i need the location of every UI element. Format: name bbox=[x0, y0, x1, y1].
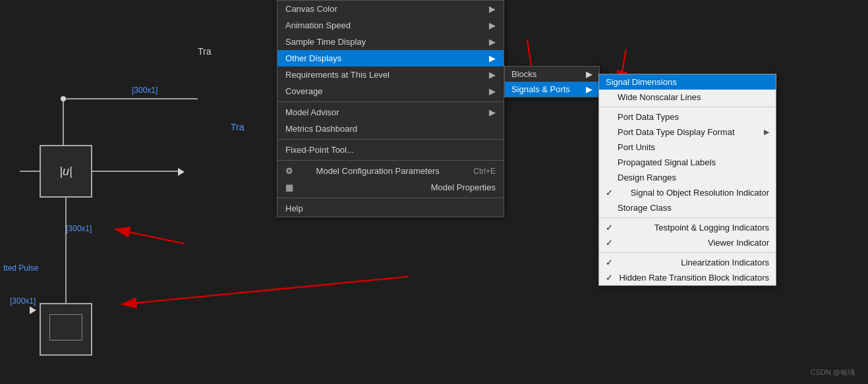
diagram-area: |u| [300x1] [300x1] [300x1] tted Pulse T… bbox=[0, 0, 277, 384]
menu-item-blocks-label: Blocks bbox=[511, 69, 536, 79]
submenu-arrow-port-data-type-display: ▶ bbox=[764, 128, 769, 136]
menu-item-fixed-point-tool-label: Fixed-Point Tool... bbox=[285, 145, 354, 155]
menu-level3[interactable]: Signal Dimensions Wide Nonscalar Lines P… bbox=[598, 74, 776, 286]
menu-item-propagated-signal-labels[interactable]: Propagated Signal Labels bbox=[599, 155, 776, 170]
menu-item-blocks[interactable]: Blocks ▶ bbox=[505, 67, 599, 82]
menu-item-linearization-indicators-label: Linearization Indicators bbox=[681, 258, 769, 267]
label-300x1-2: [300x1] bbox=[66, 224, 92, 233]
menu-item-wide-nonscalar-lines-label: Wide Nonscalar Lines bbox=[618, 92, 701, 102]
submenu-arrow-canvas-color: ▶ bbox=[489, 4, 496, 14]
menu-item-help[interactable]: Help bbox=[277, 200, 504, 217]
menu-item-signals-ports[interactable]: Signals & Ports ▶ bbox=[505, 82, 599, 97]
abs-label: |u| bbox=[59, 165, 72, 178]
submenu-arrow-signals-ports: ▶ bbox=[586, 84, 593, 94]
menu-item-port-data-type-display-format-label: Port Data Type Display Format bbox=[618, 127, 735, 137]
menu-item-help-label: Help bbox=[285, 204, 303, 213]
gear-icon: ⚙ bbox=[285, 166, 299, 176]
label-300x1-1: [300x1] bbox=[132, 86, 158, 95]
menu-item-model-config-params-label: Model Configuration Parameters bbox=[316, 166, 440, 176]
menu-item-model-properties-label: Model Properties bbox=[431, 182, 496, 192]
menu-item-metrics-dashboard[interactable]: Metrics Dashboard bbox=[277, 121, 504, 137]
menu-item-wide-nonscalar-lines[interactable]: Wide Nonscalar Lines bbox=[599, 90, 776, 105]
menu-item-testpoint-logging[interactable]: Testpoint & Logging Indicators bbox=[599, 220, 776, 235]
scope-display bbox=[49, 314, 82, 341]
menu-item-hidden-rate-transition[interactable]: Hidden Rate Transition Block Indicators bbox=[599, 270, 776, 285]
menu-item-design-ranges-label: Design Ranges bbox=[618, 173, 676, 182]
menu-item-signal-to-object-resolution-label: Signal to Object Resolution Indicator bbox=[631, 188, 769, 198]
menu-level2[interactable]: Blocks ▶ Signals & Ports ▶ bbox=[504, 66, 600, 97]
submenu-arrow-requirements: ▶ bbox=[489, 70, 496, 80]
wire-junction bbox=[61, 96, 66, 101]
menu-item-requirements-level[interactable]: Requirements at This Level ▶ bbox=[277, 67, 504, 83]
menu-item-viewer-indicator-label: Viewer Indicator bbox=[708, 238, 769, 248]
menu-item-port-units-label: Port Units bbox=[618, 142, 655, 152]
menu-item-animation-speed[interactable]: Animation Speed ▶ bbox=[277, 17, 504, 34]
menu-item-hidden-rate-transition-label: Hidden Rate Transition Block Indicators bbox=[619, 273, 769, 283]
tra-block-label: Tra bbox=[198, 46, 211, 57]
menu-item-propagated-signal-labels-label: Propagated Signal Labels bbox=[618, 157, 716, 167]
menu-item-sample-time-display-label: Sample Time Display bbox=[285, 37, 366, 47]
menu-item-model-config-params[interactable]: ⚙ Model Configuration Parameters Ctrl+E bbox=[277, 163, 504, 179]
separator-light-3 bbox=[599, 252, 776, 253]
menu-item-storage-class-label: Storage Class bbox=[618, 203, 672, 213]
menu-item-coverage[interactable]: Coverage ▶ bbox=[277, 83, 504, 99]
submenu-arrow-animation-speed: ▶ bbox=[489, 20, 496, 30]
menu-level1[interactable]: Canvas Color ▶ Animation Speed ▶ Sample … bbox=[277, 0, 504, 217]
menu-item-sample-time-display[interactable]: Sample Time Display ▶ bbox=[277, 34, 504, 50]
separator-1 bbox=[277, 101, 504, 102]
menu-item-coverage-label: Coverage bbox=[285, 86, 322, 96]
menu-item-canvas-color-label: Canvas Color bbox=[285, 4, 337, 14]
tra-block-label2: Tra bbox=[231, 122, 244, 132]
submenu-arrow-blocks: ▶ bbox=[586, 69, 593, 79]
wire-arrow-1 bbox=[178, 168, 185, 176]
abs-block[interactable]: |u| bbox=[40, 145, 92, 198]
menu-item-port-data-type-display-format[interactable]: Port Data Type Display Format ▶ bbox=[599, 124, 776, 140]
menu-item-fixed-point-tool[interactable]: Fixed-Point Tool... bbox=[277, 142, 504, 158]
separator-light-1 bbox=[599, 107, 776, 107]
menu-item-signals-ports-label: Signals & Ports bbox=[511, 84, 570, 94]
menu-item-model-properties[interactable]: ▦ Model Properties bbox=[277, 179, 504, 196]
tted-pulse-label: tted Pulse bbox=[3, 263, 38, 273]
separator-4 bbox=[277, 198, 504, 198]
menu-item-linearization-indicators[interactable]: Linearization Indicators bbox=[599, 255, 776, 270]
menu-item-port-units[interactable]: Port Units bbox=[599, 140, 776, 155]
menu-item-other-displays[interactable]: Other Displays ▶ bbox=[277, 50, 504, 67]
submenu-arrow-sample-time: ▶ bbox=[489, 37, 496, 47]
menu-item-viewer-indicator[interactable]: Viewer Indicator bbox=[599, 235, 776, 250]
menu-item-model-advisor[interactable]: Model Advisor ▶ bbox=[277, 104, 504, 121]
menu-item-signal-to-object-resolution[interactable]: Signal to Object Resolution Indicator bbox=[599, 185, 776, 200]
watermark: CSDN @铭瑀 bbox=[811, 368, 855, 377]
submenu-arrow-model-advisor: ▶ bbox=[489, 107, 496, 117]
menu-item-testpoint-logging-label: Testpoint & Logging Indicators bbox=[654, 223, 769, 233]
submenu-arrow-other-displays: ▶ bbox=[489, 53, 496, 63]
menu-item-model-advisor-label: Model Advisor bbox=[285, 107, 339, 117]
menu-item-metrics-dashboard-label: Metrics Dashboard bbox=[285, 124, 357, 134]
separator-3 bbox=[277, 160, 504, 161]
separator-light-2 bbox=[599, 217, 776, 218]
menu-item-other-displays-label: Other Displays bbox=[285, 53, 341, 63]
menu-item-canvas-color[interactable]: Canvas Color ▶ bbox=[277, 1, 504, 17]
menu-item-storage-class[interactable]: Storage Class bbox=[599, 200, 776, 215]
menu-item-design-ranges[interactable]: Design Ranges bbox=[599, 170, 776, 185]
scope-block[interactable] bbox=[40, 303, 92, 356]
submenu-arrow-coverage: ▶ bbox=[489, 86, 496, 96]
menu-item-port-data-types-label: Port Data Types bbox=[618, 112, 679, 122]
menu-item-animation-speed-label: Animation Speed bbox=[285, 20, 351, 30]
label-300x1-3: [300x1] bbox=[10, 296, 36, 306]
menu-item-signal-dimensions-label: Signal Dimensions bbox=[606, 77, 677, 87]
menu-item-port-data-types[interactable]: Port Data Types bbox=[599, 109, 776, 124]
menu-item-requirements-level-label: Requirements at This Level bbox=[285, 70, 390, 80]
separator-2 bbox=[277, 139, 504, 140]
model-config-shortcut: Ctrl+E bbox=[473, 167, 496, 176]
grid-icon: ▦ bbox=[285, 182, 299, 192]
wire-arrow-2 bbox=[30, 306, 36, 314]
menu-item-signal-dimensions[interactable]: Signal Dimensions bbox=[599, 74, 776, 90]
